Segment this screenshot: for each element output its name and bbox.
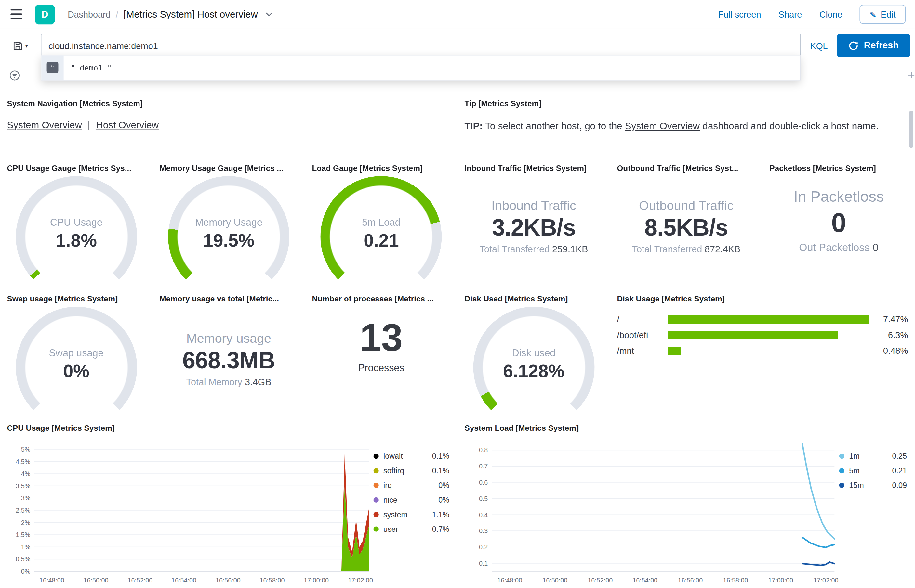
disk-usage-row: /mnt0.48% [617,343,908,358]
system-load-chart[interactable]: 0.10.20.30.40.50.60.70.816:48:0016:50:00… [465,436,839,586]
legend-dot [374,454,379,459]
legend-dot [839,468,844,473]
chevron-down-icon: ▾ [25,42,28,49]
svg-text:16:48:00: 16:48:00 [497,577,522,584]
legend-item[interactable]: nice0% [374,493,449,507]
svg-text:4%: 4% [21,470,31,477]
value-token-icon: “ [47,62,58,73]
panel-title: CPU Usage [Metrics System] [7,424,451,433]
scrollbar-thumb[interactable] [909,111,913,148]
legend-dot [839,483,844,488]
gauge-label: Disk used [473,347,594,359]
panel-title: Tip [Metrics System] [465,99,908,108]
filter-bar: ▾ + “ " demo1 " [0,57,915,93]
disk-usage-row: /7.47% [617,311,908,327]
svg-text:16:56:00: 16:56:00 [678,577,703,584]
packetloss-out-label: Out Packetloss [799,242,870,254]
suggestion-item[interactable]: " demo1 " [71,63,112,72]
legend-item[interactable]: softirq0.1% [374,464,449,478]
packetloss-in-label: In Packetloss [770,188,908,206]
panel-disk-used-gauge: Disk Used [Metrics System] Disk used 6.1… [458,289,610,418]
panel-title: Load Gauge [Metrics System] [312,164,451,173]
gauge-label: 5m Load [321,217,442,229]
metric-sub-value: 259.1KB [552,244,588,254]
cpu-usage-chart[interactable]: 0%0.5%1%1.5%2%2.5%3%3.5%4%4.5%5%16:48:00… [7,436,374,586]
process-count-label: Processes [312,363,451,374]
panel-title: Memory Usage Gauge [Metrics ... [160,164,298,173]
svg-text:16:56:00: 16:56:00 [215,577,241,584]
add-filter-plus-icon[interactable]: + [907,69,915,82]
legend-dot [839,454,844,459]
svg-text:0.7: 0.7 [479,463,488,470]
gauge-label: Swap usage [16,347,137,359]
svg-text:17:02:00: 17:02:00 [348,577,373,584]
tip-bold: TIP: [465,121,483,131]
panel-title: System Navigation [Metrics System] [7,99,451,108]
svg-text:2.5%: 2.5% [16,507,30,514]
gauge-label: Memory Usage [168,217,289,229]
panel-system-navigation: System Navigation [Metrics System] Syste… [0,93,458,158]
panel-load-gauge: Load Gauge [Metrics System] 5m Load 0.21 [305,158,458,289]
legend-item[interactable]: system1.1% [374,507,449,522]
gauge-label: CPU Usage [16,217,137,229]
panel-swap-usage-gauge: Swap usage [Metrics System] Swap usage 0… [0,289,152,418]
legend-item[interactable]: iowait0.1% [374,449,449,464]
panel-title: Swap usage [Metrics System] [7,294,146,303]
svg-text:17:00:00: 17:00:00 [768,577,793,584]
legend-item[interactable]: user0.7% [374,522,449,536]
metric-sub-label: Total Memory [186,377,242,387]
legend-dot [374,498,379,502]
svg-text:3%: 3% [21,494,31,502]
link-host-overview[interactable]: Host Overview [96,120,159,130]
dashboard-grid: System Navigation [Metrics System] Syste… [0,93,915,588]
svg-text:0.4: 0.4 [479,511,488,519]
legend-item[interactable]: 15m0.09 [839,478,907,493]
tip-text-2: dashboard and double-click a host name. [700,121,879,131]
filter-icon[interactable] [10,69,20,81]
panel-system-load-chart: System Load [Metrics System] 0.10.20.30.… [458,418,915,588]
svg-text:0%: 0% [21,568,31,575]
panel-memory-usage-gauge: Memory Usage Gauge [Metrics ... Memory U… [152,158,305,289]
panel-outbound-traffic: Outbound Traffic [Metrics Syst... Outbou… [610,158,763,289]
panel-cpu-usage-chart: CPU Usage [Metrics System] 0%0.5%1%1.5%2… [0,418,458,588]
metric-label: Inbound Traffic [465,198,603,213]
svg-text:2%: 2% [21,519,31,526]
gauge-value: 0.21 [321,230,442,252]
svg-text:3.5%: 3.5% [16,482,30,489]
panel-title: System Load [Metrics System] [465,424,908,433]
panel-title: CPU Usage Gauge [Metrics Sys... [7,164,146,173]
menu-icon[interactable] [10,8,23,20]
link-system-overview[interactable]: System Overview [625,121,700,131]
legend-item[interactable]: 1m0.25 [839,449,907,464]
panel-title: Inbound Traffic [Metrics System] [465,164,603,173]
metric-sub-label: Total Transferred [479,244,549,254]
metric-sub-value: 872.4KB [704,244,740,254]
tip-text-1: To select another host, go to the [483,121,625,131]
link-system-overview[interactable]: System Overview [7,120,82,130]
svg-text:0.8: 0.8 [479,446,488,454]
svg-text:0.3: 0.3 [479,527,488,535]
svg-text:0.2: 0.2 [479,543,488,551]
svg-text:16:48:00: 16:48:00 [39,577,65,584]
panel-title: Disk Usage [Metrics System] [617,294,908,303]
disk-usage-row: /boot/efi6.3% [617,327,908,343]
gauge-value: 0% [16,361,137,382]
panel-title: Memory usage vs total [Metric... [160,294,298,303]
legend-item[interactable]: 5m0.21 [839,464,907,478]
panel-title: Number of processes [Metrics ... [312,294,451,303]
query-suggestion-popover: “ " demo1 " [41,55,801,81]
gauge-value: 6.128% [473,361,594,382]
svg-text:16:58:00: 16:58:00 [260,577,285,584]
svg-text:16:50:00: 16:50:00 [84,577,109,584]
panel-title: Disk Used [Metrics System] [465,294,603,303]
legend-item[interactable]: irq0% [374,478,449,493]
svg-text:16:52:00: 16:52:00 [128,577,152,584]
save-icon [13,40,23,51]
metric-sub-label: Total Transferred [632,244,702,254]
packetloss-in-value: 0 [770,207,908,239]
metric-value: 668.3MB [160,347,298,374]
svg-text:16:58:00: 16:58:00 [723,577,748,584]
link-separator: | [88,120,91,130]
tip-text: TIP: To select another host, go to the S… [465,118,908,134]
svg-text:16:50:00: 16:50:00 [543,577,567,584]
